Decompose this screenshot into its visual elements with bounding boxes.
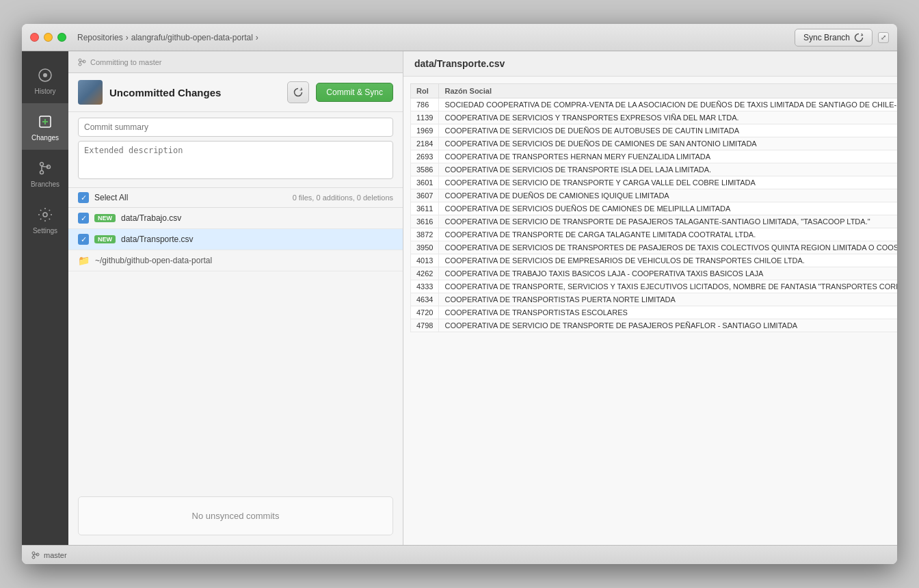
csv-cell-razon: COOPERATIVA DE SERVICIO DE TRANSPORTE DE… (439, 319, 897, 332)
breadcrumb-sep1: › (126, 33, 129, 42)
csv-header-row: Rol Razón Social (411, 84, 898, 98)
sync-branch-label: Sync Branch (803, 33, 850, 42)
file-name-trabajo: data/Trabajo.csv (121, 213, 181, 223)
csv-cell-razon: COOPERATIVA DE SERVICIOS DE TRANSPORTES … (439, 241, 897, 254)
csv-cell-razon: COOPERATIVA DE SERVICIOS DE DUEÑOS DE CA… (439, 137, 897, 150)
csv-row: 3607COOPERATIVA DE DUEÑOS DE CAMIONES IQ… (411, 189, 898, 202)
csv-cell-rol: 4333 (411, 280, 439, 293)
new-badge-trabajo: NEW (94, 214, 116, 222)
csv-row: 3616COOPERATIVA DE SERVICIO DE TRANSPORT… (411, 215, 898, 228)
refresh-icon (293, 87, 304, 98)
csv-table: Rol Razón Social 786SOCIEDAD COOPERATIVA… (410, 83, 897, 332)
titlebar: Repositories › alangrafu/github-open-dat… (22, 24, 897, 51)
committing-bar: Committing to master (68, 51, 403, 73)
expand-button[interactable]: ⤢ (878, 32, 889, 43)
sync-icon (854, 33, 864, 42)
breadcrumb-repo[interactable]: alangrafu/github-open-data-portal (131, 33, 253, 42)
changes-icon (36, 112, 55, 131)
csv-cell-rol: 3616 (411, 215, 439, 228)
csv-cell-razon: SOCIEDAD COOPERATIVA DE COMPRA-VENTA DE … (439, 98, 897, 111)
csv-cell-razon: COOPERATIVA DE SERVICIOS DUEÑOS DE CAMIO… (439, 202, 897, 215)
no-unsynced-section: No unsynced commits (78, 496, 393, 535)
csv-cell-rol: 1969 (411, 124, 439, 137)
csv-row: 4798COOPERATIVA DE SERVICIO DE TRANSPORT… (411, 319, 898, 332)
expand-icon: ⤢ (881, 34, 886, 41)
csv-col-rol: Rol (411, 84, 439, 98)
csv-row: 3872COOPERATIVA DE TRANSPORTE DE CARGA T… (411, 228, 898, 241)
minimize-button[interactable] (44, 33, 53, 42)
csv-cell-razon: COOPERATIVA DE SERVICIO DE TRANSPORTE Y … (439, 176, 897, 189)
sidebar-item-history[interactable]: History (22, 57, 68, 103)
breadcrumb-repositories[interactable]: Repositories (77, 33, 123, 42)
csv-row: 2184COOPERATIVA DE SERVICIOS DE DUEÑOS D… (411, 137, 898, 150)
csv-cell-rol: 1139 (411, 111, 439, 124)
csv-row: 786SOCIEDAD COOPERATIVA DE COMPRA-VENTA … (411, 98, 898, 111)
files-stats: 0 files, 0 additions, 0 deletions (293, 193, 393, 202)
sidebar-item-changes[interactable]: Changes (22, 103, 68, 150)
traffic-lights (30, 33, 66, 42)
select-all-checkbox[interactable]: ✓ (78, 192, 89, 203)
csv-row: 3586COOPERATIVA DE SERVICIOS DE TRANSPOR… (411, 163, 898, 176)
sidebar-item-branches[interactable]: Branches (22, 150, 68, 196)
file-list: ✓ NEW data/Trabajo.csv ✓ NEW data/Transp… (68, 208, 403, 487)
sidebar-item-settings-label: Settings (33, 227, 57, 235)
refresh-button[interactable] (287, 81, 309, 103)
sync-branch-button[interactable]: Sync Branch (795, 29, 873, 46)
sidebar-item-settings[interactable]: Settings (22, 196, 68, 243)
csv-cell-razon: COOPERATIVA DE TRANSPORTES HERNAN MERY F… (439, 150, 897, 163)
breadcrumb-sep2: › (256, 33, 258, 42)
csv-cell-rol: 4798 (411, 319, 439, 332)
csv-row: 4333COOPERATIVA DE TRANSPORTE, SERVICIOS… (411, 280, 898, 293)
branch-status-icon (31, 551, 40, 559)
commit-form (68, 112, 403, 188)
branch-label: master (44, 551, 67, 559)
file-name-transporte: data/Transporte.csv (121, 235, 194, 244)
sidebar-item-changes-label: Changes (31, 134, 59, 142)
csv-row: 1969COOPERATIVA DE SERVICIOS DE DUEÑOS D… (411, 124, 898, 137)
maximize-button[interactable] (57, 33, 66, 42)
file-item-trabajo[interactable]: ✓ NEW data/Trabajo.csv (68, 208, 403, 229)
csv-row: 4262COOPERATIVA DE TRABAJO TAXIS BASICOS… (411, 267, 898, 280)
main-window: Repositories › alangrafu/github-open-dat… (22, 24, 897, 564)
avatar (78, 80, 103, 105)
csv-cell-razon: COOPERATIVA DE TRANSPORTISTAS ESCOLARES (439, 306, 897, 319)
csv-cell-rol: 4720 (411, 306, 439, 319)
csv-cell-rol: 4634 (411, 293, 439, 306)
commit-sync-button[interactable]: Commit & Sync (316, 83, 393, 102)
csv-row: 2693COOPERATIVA DE TRANSPORTES HERNAN ME… (411, 150, 898, 163)
csv-cell-razon: COOPERATIVA DE TRABAJO TAXIS BASICOS LAJ… (439, 267, 897, 280)
history-icon (36, 66, 55, 85)
file-preview-title: data/Transporte.csv (414, 58, 505, 69)
csv-col-razon: Razón Social (439, 84, 897, 98)
close-button[interactable] (30, 33, 39, 42)
file-item-transporte[interactable]: ✓ NEW data/Transporte.csv (68, 229, 403, 250)
select-all-label: Select All (94, 193, 128, 202)
csv-row: 4013COOPERATIVA DE SERVICIOS DE EMPRESAR… (411, 254, 898, 267)
checkmark-icon: ✓ (81, 215, 87, 222)
file-checkbox-trabajo[interactable]: ✓ (78, 213, 89, 224)
committing-to-label: Committing to master (90, 58, 162, 66)
commit-description-input[interactable] (78, 141, 393, 179)
csv-table-container[interactable]: Rol Razón Social 786SOCIEDAD COOPERATIVA… (403, 77, 897, 545)
csv-cell-razon: COOPERATIVA DE SERVICIOS DE EMPRESARIOS … (439, 254, 897, 267)
csv-cell-rol: 4013 (411, 254, 439, 267)
file-checkbox-transporte[interactable]: ✓ (78, 234, 89, 245)
new-badge-transporte: NEW (94, 235, 116, 243)
right-panel: data/Transporte.csv Rol Razón Social 786… (403, 51, 897, 545)
sidebar-item-branches-label: Branches (31, 181, 59, 188)
checkmark-icon: ✓ (81, 194, 87, 202)
svg-point-12 (32, 552, 35, 554)
sidebar: History Changes (22, 51, 68, 545)
sidebar-item-history-label: History (34, 88, 55, 95)
csv-cell-razon: COOPERATIVA DE TRANSPORTISTAS PUERTA NOR… (439, 293, 897, 306)
svg-point-6 (40, 170, 44, 174)
file-preview-header: data/Transporte.csv (403, 51, 897, 77)
svg-point-9 (79, 59, 81, 62)
csv-cell-razon: COOPERATIVA DE TRANSPORTE DE CARGA TALAG… (439, 228, 897, 241)
csv-cell-rol: 3872 (411, 228, 439, 241)
commit-summary-input[interactable] (78, 118, 393, 137)
main-layout: History Changes (22, 51, 897, 545)
svg-point-1 (43, 73, 47, 77)
settings-icon (36, 205, 55, 224)
files-header: ✓ Select All 0 files, 0 additions, 0 del… (68, 188, 403, 208)
